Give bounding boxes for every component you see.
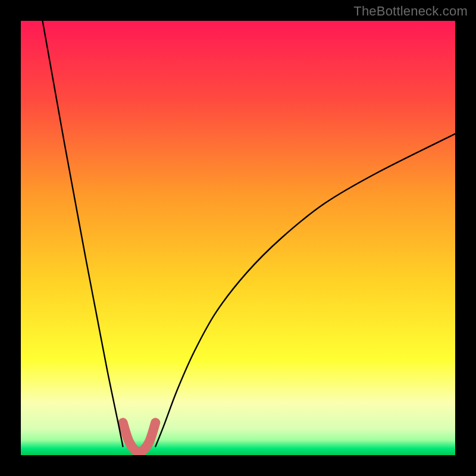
chart-frame: { "watermark": "TheBottleneck.com", "cha…	[0, 0, 476, 476]
plot-background	[21, 21, 455, 455]
bottleneck-chart	[0, 0, 476, 476]
watermark-text: TheBottleneck.com	[353, 4, 468, 19]
